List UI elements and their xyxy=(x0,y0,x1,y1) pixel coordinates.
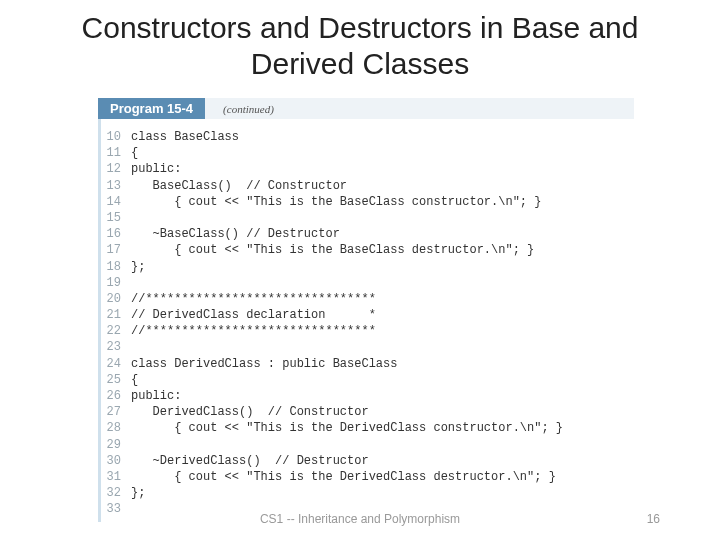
line-number: 18 xyxy=(101,259,131,275)
code-line: 29 xyxy=(101,437,634,453)
line-number: 12 xyxy=(101,161,131,177)
code-line: 13 BaseClass() // Constructor xyxy=(101,178,634,194)
line-number: 16 xyxy=(101,226,131,242)
line-number: 15 xyxy=(101,210,131,226)
line-number: 32 xyxy=(101,485,131,501)
line-number: 28 xyxy=(101,420,131,436)
code-text: { cout << "This is the DerivedClass dest… xyxy=(131,469,556,485)
code-text: { xyxy=(131,145,138,161)
code-line: 30 ~DerivedClass() // Destructor xyxy=(101,453,634,469)
code-text: DerivedClass() // Constructor xyxy=(131,404,369,420)
line-number: 14 xyxy=(101,194,131,210)
line-number: 19 xyxy=(101,275,131,291)
line-number: 25 xyxy=(101,372,131,388)
code-line: 32}; xyxy=(101,485,634,501)
code-line: 26public: xyxy=(101,388,634,404)
code-text: public: xyxy=(131,161,181,177)
line-number: 26 xyxy=(101,388,131,404)
code-text: //******************************** xyxy=(131,323,376,339)
code-text: }; xyxy=(131,485,145,501)
line-number: 27 xyxy=(101,404,131,420)
code-text: }; xyxy=(131,259,145,275)
code-line: 21// DerivedClass declaration * xyxy=(101,307,634,323)
line-number: 17 xyxy=(101,242,131,258)
code-header: Program 15-4 (continued) xyxy=(98,98,634,119)
code-line: 17 { cout << "This is the BaseClass dest… xyxy=(101,242,634,258)
line-number: 10 xyxy=(101,129,131,145)
program-label: Program 15-4 xyxy=(98,98,205,119)
code-text: //******************************** xyxy=(131,291,376,307)
code-text: { cout << "This is the DerivedClass cons… xyxy=(131,420,563,436)
code-line: 11{ xyxy=(101,145,634,161)
slide-title: Constructors and Destructors in Base and… xyxy=(0,0,720,90)
code-line: 14 { cout << "This is the BaseClass cons… xyxy=(101,194,634,210)
code-line: 23 xyxy=(101,339,634,355)
code-line: 18}; xyxy=(101,259,634,275)
line-number: 24 xyxy=(101,356,131,372)
code-line: 20//******************************** xyxy=(101,291,634,307)
code-line: 31 { cout << "This is the DerivedClass d… xyxy=(101,469,634,485)
code-body: 10class BaseClass11{12public:13 BaseClas… xyxy=(98,119,634,522)
code-line: 19 xyxy=(101,275,634,291)
line-number: 13 xyxy=(101,178,131,194)
line-number: 21 xyxy=(101,307,131,323)
code-line: 25{ xyxy=(101,372,634,388)
line-number: 30 xyxy=(101,453,131,469)
code-line: 12public: xyxy=(101,161,634,177)
line-number: 20 xyxy=(101,291,131,307)
code-text: // DerivedClass declaration * xyxy=(131,307,376,323)
code-text: BaseClass() // Constructor xyxy=(131,178,347,194)
line-number: 22 xyxy=(101,323,131,339)
page-number: 16 xyxy=(647,512,660,526)
code-text: class DerivedClass : public BaseClass xyxy=(131,356,397,372)
continued-label: (continued) xyxy=(223,103,274,115)
line-number: 11 xyxy=(101,145,131,161)
line-number: 31 xyxy=(101,469,131,485)
code-text: public: xyxy=(131,388,181,404)
code-line: 28 { cout << "This is the DerivedClass c… xyxy=(101,420,634,436)
code-line: 24class DerivedClass : public BaseClass xyxy=(101,356,634,372)
code-line: 10class BaseClass xyxy=(101,129,634,145)
code-text: { cout << "This is the BaseClass constru… xyxy=(131,194,541,210)
code-text: { xyxy=(131,372,138,388)
line-number: 23 xyxy=(101,339,131,355)
code-line: 22//******************************** xyxy=(101,323,634,339)
code-text: class BaseClass xyxy=(131,129,239,145)
code-panel: Program 15-4 (continued) 10class BaseCla… xyxy=(98,98,634,522)
footer-text: CS1 -- Inheritance and Polymorphism xyxy=(0,512,720,526)
code-text: ~DerivedClass() // Destructor xyxy=(131,453,369,469)
code-text: ~BaseClass() // Destructor xyxy=(131,226,340,242)
code-line: 27 DerivedClass() // Constructor xyxy=(101,404,634,420)
line-number: 29 xyxy=(101,437,131,453)
code-line: 15 xyxy=(101,210,634,226)
code-text: { cout << "This is the BaseClass destruc… xyxy=(131,242,534,258)
code-line: 16 ~BaseClass() // Destructor xyxy=(101,226,634,242)
